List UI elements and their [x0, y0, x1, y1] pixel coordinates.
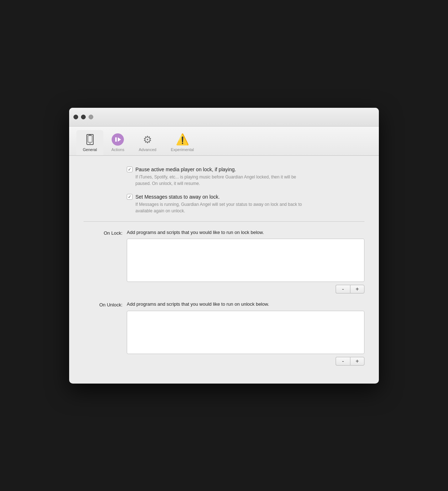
on-unlock-right: Add programs and scripts that you would … [127, 301, 364, 366]
on-unlock-description: Add programs and scripts that you would … [127, 301, 307, 308]
on-lock-list[interactable] [127, 239, 364, 282]
tab-experimental[interactable]: ⚠️ Experimental [164, 130, 200, 155]
content-area: Pause active media player on lock, if pl… [69, 156, 379, 384]
checkbox-set-messages-description: If Messages is running, Guardian Angel w… [135, 201, 308, 214]
tab-advanced[interactable]: ⚙ Advanced [132, 130, 163, 155]
on-lock-buttons: - + [127, 285, 364, 293]
actions-tab-icon [111, 133, 124, 146]
tab-general-label: General [83, 147, 97, 152]
svg-marker-5 [118, 137, 121, 142]
checkbox-pause-media[interactable] [127, 167, 133, 172]
on-lock-add-button[interactable]: + [350, 285, 364, 293]
on-unlock-label: On Unlock: [84, 301, 127, 366]
checkbox-main-pause-media: Pause active media player on lock, if pl… [127, 167, 364, 172]
toolbar: General Actions ⚙ Advanced ⚠️ [69, 127, 379, 156]
on-lock-right: Add programs and scripts that you would … [127, 229, 364, 294]
checkbox-pause-media-label: Pause active media player on lock, if pl… [135, 167, 236, 172]
checkbox-set-messages-label: Set Messages status to away on lock. [135, 194, 220, 200]
on-lock-remove-button[interactable]: - [336, 285, 350, 293]
checkbox-row-pause-media: Pause active media player on lock, if pl… [127, 167, 364, 187]
tab-actions[interactable]: Actions [105, 130, 131, 155]
on-unlock-list[interactable] [127, 311, 364, 354]
advanced-tab-icon: ⚙ [141, 133, 154, 146]
on-unlock-remove-button[interactable]: - [336, 357, 350, 366]
svg-point-2 [89, 143, 90, 144]
on-lock-description: Add programs and scripts that you would … [127, 229, 307, 236]
checkbox-section: Pause active media player on lock, if pl… [127, 167, 364, 214]
tab-actions-label: Actions [111, 147, 124, 152]
section-divider [84, 221, 364, 222]
svg-rect-3 [89, 135, 91, 135]
checkbox-set-messages[interactable] [127, 194, 133, 200]
checkbox-main-set-messages: Set Messages status to away on lock. [127, 194, 364, 200]
traffic-lights [73, 115, 93, 119]
on-unlock-section: On Unlock: Add programs and scripts that… [84, 301, 364, 366]
close-button[interactable] [73, 115, 78, 119]
on-lock-section: On Lock: Add programs and scripts that y… [84, 229, 364, 294]
maximize-button[interactable] [89, 115, 93, 119]
on-unlock-add-button[interactable]: + [350, 357, 364, 366]
tab-general[interactable]: General [76, 130, 103, 155]
checkbox-row-set-messages: Set Messages status to away on lock. If … [127, 194, 364, 214]
tab-experimental-label: Experimental [171, 147, 194, 152]
experimental-tab-icon: ⚠️ [176, 133, 189, 146]
on-lock-label: On Lock: [84, 229, 127, 294]
tab-advanced-label: Advanced [139, 147, 156, 152]
svg-rect-1 [88, 136, 92, 142]
on-unlock-buttons: - + [127, 357, 364, 366]
main-window: General Actions ⚙ Advanced ⚠️ [69, 108, 379, 384]
titlebar [69, 108, 379, 127]
minimize-button[interactable] [81, 115, 86, 119]
checkbox-pause-media-description: If iTunes, Spotify, etc... is playing mu… [135, 174, 308, 187]
svg-rect-4 [115, 137, 117, 142]
general-tab-icon [84, 133, 97, 146]
